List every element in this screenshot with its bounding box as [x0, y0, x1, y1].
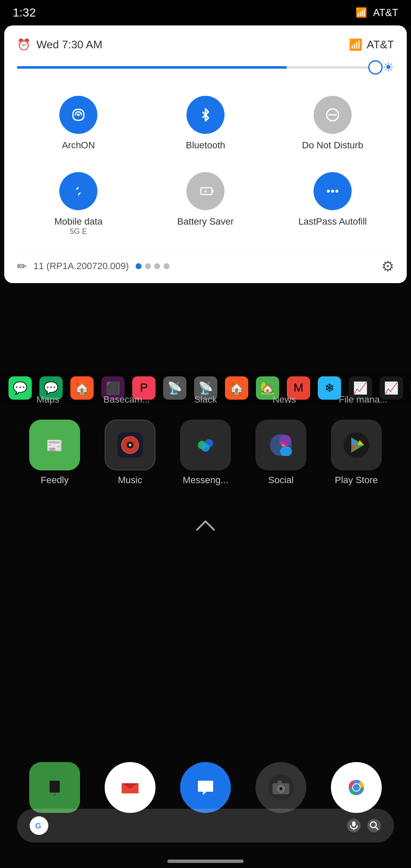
dnd-label: Do Not Disturb — [302, 140, 363, 151]
bluetooth-icon — [186, 96, 225, 134]
svg-point-8 — [336, 190, 339, 193]
archon-label: ArchON — [62, 140, 95, 151]
status-bar: 1:32 📶 AT&T — [0, 0, 411, 25]
svg-point-18 — [201, 443, 210, 452]
apps-grid: 📰 Feedly Music Messeng... Social — [0, 407, 411, 486]
dot-1 — [136, 263, 142, 269]
status-time: 1:32 — [13, 6, 36, 19]
svg-rect-4 — [212, 190, 214, 192]
dock-chrome[interactable] — [331, 762, 382, 813]
home-indicator[interactable] — [167, 860, 244, 863]
svg-text:+: + — [204, 188, 207, 195]
page-dots — [136, 263, 169, 269]
lastpass-label: LastPass Autofill — [298, 216, 367, 227]
shortcut-maps-label: Maps — [14, 394, 82, 405]
batterysaver-label: Battery Saver — [177, 216, 233, 227]
svg-text:📰: 📰 — [46, 437, 63, 453]
dot-3 — [154, 263, 160, 269]
svg-point-36 — [279, 787, 283, 791]
dot-2 — [145, 263, 151, 269]
mobiledata-label: Mobile data — [54, 216, 103, 227]
svg-text:G: G — [35, 822, 41, 830]
panel-footer: ✏ 11 (RP1A.200720.009) ⚙ — [17, 253, 394, 275]
tile-bluetooth[interactable]: Bluetooth — [144, 87, 267, 159]
music-label: Music — [118, 475, 142, 486]
edit-icon[interactable]: ✏ — [17, 259, 27, 273]
app-playstore[interactable]: Play Store — [331, 420, 382, 486]
notification-info: ⏰ Wed 7:30 AM — [17, 38, 103, 51]
app-social[interactable]: Social — [255, 420, 306, 486]
shortcut-slack-label: Slack — [172, 394, 239, 405]
svg-point-6 — [327, 190, 330, 193]
tile-archon[interactable]: ArchON — [17, 87, 140, 159]
batterysaver-icon: + — [186, 172, 225, 210]
carrier-info: 📶 AT&T — [349, 38, 394, 51]
svg-point-0 — [77, 114, 80, 116]
carrier-label: AT&T — [373, 7, 398, 19]
carrier-name: AT&T — [367, 38, 394, 51]
shortcut-filemanager-label: File mana... — [329, 394, 397, 405]
dock-camera[interactable] — [255, 762, 306, 813]
dnd-icon — [314, 96, 352, 134]
svg-rect-28 — [50, 781, 60, 793]
build-version: 11 (RP1A.200720.009) — [33, 261, 129, 272]
top-app-labels: Maps Basecam... Slack News File mana... — [0, 394, 411, 405]
svg-point-7 — [331, 190, 334, 193]
tile-lastpass[interactable]: LastPass Autofill — [271, 164, 394, 245]
dock-gmail[interactable] — [105, 762, 156, 813]
shortcut-news-label: News — [250, 394, 318, 405]
feedly-label: Feedly — [41, 475, 69, 486]
archon-icon — [59, 96, 97, 134]
quick-settings-panel: ⏰ Wed 7:30 AM 📶 AT&T ☀ ArchON — [4, 25, 407, 283]
dock-messages[interactable] — [180, 762, 231, 813]
tile-dnd[interactable]: Do Not Disturb — [271, 87, 394, 159]
app-feedly[interactable]: 📰 Feedly — [29, 420, 80, 486]
app-messenger[interactable]: Messeng... — [180, 420, 231, 486]
shortcut-basecamp-label: Basecam... — [93, 394, 161, 405]
footer-left: ✏ 11 (RP1A.200720.009) — [17, 259, 169, 273]
signal-bars-icon: 📶 — [349, 38, 362, 51]
signal-icon: 📶 — [355, 7, 367, 18]
svg-point-41 — [353, 784, 360, 791]
brightness-track[interactable] — [17, 66, 377, 69]
dot-4 — [164, 263, 169, 269]
brightness-fill — [17, 66, 287, 69]
brightness-icon: ☀ — [383, 60, 394, 75]
svg-point-21 — [279, 435, 291, 447]
settings-icon[interactable]: ⚙ — [381, 258, 394, 275]
dock-area — [17, 762, 394, 813]
brightness-thumb[interactable] — [368, 60, 383, 75]
messenger-label: Messeng... — [183, 475, 228, 486]
social-label: Social — [268, 475, 294, 486]
mobiledata-sublabel: 5G E — [54, 227, 103, 236]
google-logo: G — [30, 816, 48, 835]
svg-point-29 — [53, 793, 56, 796]
app-music[interactable]: Music — [105, 420, 156, 486]
tile-mobiledata[interactable]: Mobile data 5G E — [17, 164, 140, 245]
search-bar[interactable]: G — [17, 809, 394, 843]
mobiledata-icon — [59, 172, 97, 210]
playstore-label: Play Store — [335, 475, 378, 486]
notification-row: ⏰ Wed 7:30 AM 📶 AT&T — [17, 38, 394, 51]
mic-icon[interactable] — [347, 818, 361, 833]
lastpass-icon — [314, 172, 352, 210]
notification-time: Wed 7:30 AM — [36, 38, 103, 51]
quick-tiles-grid: ArchON Bluetooth Do Not Disturb — [17, 87, 394, 245]
dock-phone[interactable] — [29, 762, 80, 813]
svg-rect-37 — [278, 781, 282, 784]
apps-row-1: 📰 Feedly Music Messeng... Social — [0, 420, 411, 486]
brightness-slider-container[interactable]: ☀ — [17, 60, 394, 75]
bluetooth-label: Bluetooth — [186, 140, 225, 151]
tile-batterysaver[interactable]: + Battery Saver — [144, 164, 267, 245]
lens-icon[interactable] — [367, 818, 381, 833]
svg-point-46 — [367, 819, 381, 832]
app-drawer-handle[interactable] — [193, 517, 218, 536]
svg-rect-22 — [280, 447, 292, 456]
svg-rect-44 — [352, 821, 355, 826]
alarm-icon: ⏰ — [17, 38, 31, 51]
svg-point-14 — [129, 444, 131, 446]
